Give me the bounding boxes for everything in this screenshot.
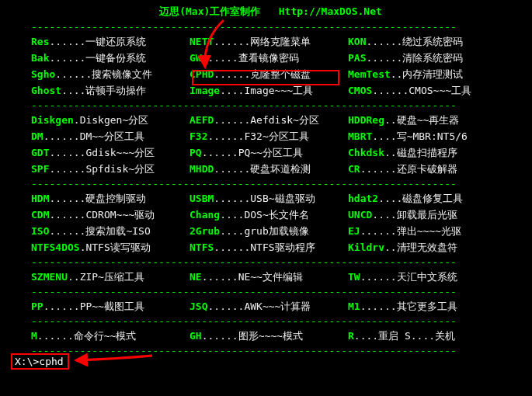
menu-item[interactable]: NTFS......NTFS驱动程序: [190, 239, 348, 255]
menu-label: grub加载镜像: [244, 223, 308, 239]
menu-item[interactable]: SPF......Spfdisk~分区: [31, 161, 190, 177]
menu-item[interactable]: Image....Image~~~工具: [190, 82, 348, 99]
menu-item[interactable]: DM......DM~~分区工具: [31, 128, 190, 144]
menu-item[interactable]: JSQ......AWK~~~计算器: [190, 298, 348, 314]
menu-label: ZIP~压缩工具: [80, 269, 144, 285]
menu-label: 绕过系统密码: [402, 33, 463, 50]
menu-dots: ......: [202, 328, 238, 344]
menu-cmd: SPF: [31, 161, 49, 177]
menu-cmd: HDDReg: [348, 112, 384, 128]
menu-item[interactable]: PP......PP~~截图工具: [31, 298, 190, 314]
menu-item[interactable]: CDM......CDROM~~~驱动: [31, 207, 190, 223]
menu-cmd: Ghost: [31, 82, 61, 99]
menu-item[interactable]: HDDReg..硬盘~~再生器: [348, 112, 503, 128]
menu-label: Image~~~工具: [244, 82, 313, 99]
menu-item[interactable]: MemTest..内存清理测试: [348, 66, 503, 82]
menu-item[interactable]: PQ......PQ~~分区工具: [190, 144, 348, 161]
menu-item[interactable]: Res......一键还原系统: [31, 33, 190, 50]
menu-dots: ......: [37, 328, 74, 344]
menu-cmd: Diskgen: [31, 112, 74, 128]
menu-item[interactable]: Sgho......搜索镜像文件: [31, 66, 190, 82]
page-title: 迈思(Max)工作室制作 Http://MaxDOS.Net: [23, 5, 518, 19]
menu-label: USB~磁盘驱动: [250, 190, 315, 207]
menu-item[interactable]: Diskgen.Diskgen~分区: [31, 112, 190, 128]
menu-label: 网络克隆菜单: [250, 33, 311, 50]
menu-cmd: GH: [190, 328, 202, 344]
menu-item[interactable]: AEFD......Aefdisk~分区: [190, 112, 348, 128]
menu-dots: ......: [207, 128, 244, 144]
menu-item[interactable]: hdat2....磁盘修复工具: [348, 190, 503, 207]
menu-label: CDROM~~~驱动: [85, 207, 155, 223]
menu-dots: ......: [49, 223, 85, 239]
separator: ----------------------------------------…: [31, 257, 505, 267]
menu-item[interactable]: GDT......Gdisk~~~分区: [31, 144, 190, 161]
menu-label: 一键备份系统: [85, 50, 146, 66]
menu-item[interactable]: R....重启 S....关机: [348, 328, 503, 344]
menu-row: NTFS4DOS.NTFS读写驱动NTFS......NTFS驱动程序Kildr…: [31, 239, 518, 255]
menu-item[interactable]: GH......图形~~~~模式: [190, 328, 348, 344]
separator: ----------------------------------------…: [31, 179, 505, 189]
menu-dots: .: [74, 112, 80, 128]
menu-cmd: Res: [31, 33, 49, 50]
menu-item[interactable]: Ghost....诺顿手动操作: [31, 82, 190, 99]
menu-item[interactable]: UNCD....卸载最后光驱: [348, 207, 503, 223]
menu-label: CMOS~~~工具: [409, 82, 471, 99]
menu-item[interactable]: NE......NE~~文件编辑: [190, 269, 348, 285]
menu-label: 写~MBR:NT5/6: [397, 128, 468, 144]
menu-item[interactable]: ISO......搜索加载~ISO: [31, 223, 190, 239]
menu-dots: ....重启 S....: [354, 328, 435, 344]
menu-row: GDT......Gdisk~~~分区PQ......PQ~~分区工具Chkds…: [31, 144, 518, 161]
command-prompt[interactable]: X:\>cphd: [11, 353, 69, 370]
menu-item[interactable]: MBRT....写~MBR:NT5/6: [348, 128, 503, 144]
prompt-input[interactable]: cphd: [39, 356, 63, 367]
menu-dots: ..: [68, 269, 80, 285]
menu-item[interactable]: CPHD......克隆整个磁盘: [190, 66, 348, 82]
menu-dots: ......: [360, 161, 397, 177]
menu-label: Gdisk~~~分区: [85, 144, 155, 161]
menu-cmd: CR: [348, 161, 360, 177]
menu-dots: ......: [49, 50, 85, 66]
menu-item[interactable]: TW......天汇中文系统: [348, 269, 503, 285]
menu-item[interactable]: NTFS4DOS.NTFS读写驱动: [31, 239, 190, 255]
menu-cmd: EJ: [348, 223, 360, 239]
menu-item[interactable]: USBM......USB~磁盘驱动: [190, 190, 348, 207]
menu-row: Ghost....诺顿手动操作Image....Image~~~工具CMOS..…: [31, 82, 518, 99]
menu-cmd: F32: [190, 128, 207, 144]
menu-dots: ....: [372, 207, 396, 223]
menu-item[interactable]: Chkdsk..磁盘扫描程序: [348, 144, 503, 161]
menu-item[interactable]: CR......还原卡破解器: [348, 161, 503, 177]
menu-item[interactable]: NETT......网络克隆菜单: [190, 33, 348, 50]
menu-dots: ......: [214, 66, 250, 82]
menu-item[interactable]: F32......F32~分区工具: [190, 128, 348, 144]
separator: ----------------------------------------…: [31, 287, 505, 297]
menu-dots: ......: [360, 298, 397, 314]
menu-cmd: MHDD: [190, 161, 214, 177]
menu-label: AWK~~~计算器: [244, 298, 311, 314]
menu-cmd: Image: [190, 82, 220, 99]
menu-item[interactable]: Bak......一键备份系统: [31, 50, 190, 66]
menu-cmd: KON: [348, 33, 366, 50]
menu-item[interactable]: EJ......弹出~~~~光驱: [348, 223, 503, 239]
menu-row: Diskgen.Diskgen~分区AEFD......Aefdisk~分区HD…: [31, 112, 518, 128]
menu-cmd: TW: [348, 269, 360, 285]
menu-item[interactable]: KON......绕过系统密码: [348, 33, 503, 50]
menu-item[interactable]: 2Grub....grub加载镜像: [190, 223, 348, 239]
menu-item[interactable]: M1......其它更多工具: [348, 298, 503, 314]
menu-cmd: JSQ: [190, 298, 207, 314]
menu-cmd: NTFS4DOS: [31, 239, 80, 255]
menu-dots: ......: [372, 82, 409, 99]
menu-item[interactable]: SZMENU..ZIP~压缩工具: [31, 269, 190, 285]
menu-item[interactable]: HDM......硬盘控制驱动: [31, 190, 190, 207]
menu-row: CDM......CDROM~~~驱动Chang....DOS~长文件名UNCD…: [31, 207, 518, 223]
menu-label: 关机: [435, 328, 455, 344]
menu-item[interactable]: Chang....DOS~长文件名: [190, 207, 348, 223]
menu-item[interactable]: GW......查看镜像密码: [190, 50, 348, 66]
menu-item[interactable]: M......命令行~~模式: [31, 328, 190, 344]
menu-item[interactable]: MHDD......硬盘坏道检测: [190, 161, 348, 177]
menu-item[interactable]: Kildrv..清理无效盘符: [348, 239, 503, 255]
menu-item[interactable]: PAS......清除系统密码: [348, 50, 503, 66]
menu-item[interactable]: CMOS......CMOS~~~工具: [348, 82, 503, 99]
menu-label: DOS~长文件名: [244, 207, 308, 223]
menu-cmd: hdat2: [348, 190, 378, 207]
menu-cmd: NTFS: [190, 239, 214, 255]
